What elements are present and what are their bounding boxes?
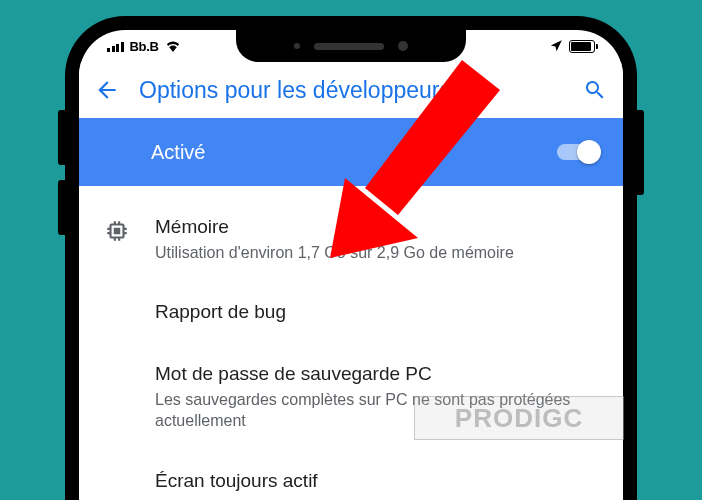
wifi-icon xyxy=(165,40,181,52)
memory-subtitle: Utilisation d'environ 1,7 Go sur 2,9 Go … xyxy=(155,242,599,264)
memory-chip-icon xyxy=(104,218,130,244)
master-toggle-switch[interactable] xyxy=(557,144,599,160)
phone-notch xyxy=(236,30,466,62)
carrier-label: Bb.B xyxy=(130,39,159,54)
memory-item[interactable]: Mémoire Utilisation d'environ 1,7 Go sur… xyxy=(79,196,623,281)
switch-knob xyxy=(577,140,601,164)
page-title: Options pour les développeurs xyxy=(139,77,563,104)
arrow-back-icon xyxy=(94,77,120,103)
memory-title: Mémoire xyxy=(155,214,599,240)
battery-icon xyxy=(569,40,595,53)
screen-always-on-title: Écran toujours actif xyxy=(155,468,599,494)
back-button[interactable] xyxy=(93,76,121,104)
search-icon xyxy=(583,78,607,102)
location-icon xyxy=(549,39,563,53)
bug-report-title: Rapport de bug xyxy=(155,299,599,325)
phone-power-button xyxy=(636,110,644,195)
phone-frame: Bb.B Options pour les développeurs xyxy=(65,16,637,500)
app-bar: Options pour les développeurs xyxy=(79,62,623,118)
master-toggle-row[interactable]: Activé xyxy=(79,118,623,186)
backup-password-item[interactable]: Mot de passe de sauvegarde PC Les sauveg… xyxy=(79,343,623,450)
backup-password-title: Mot de passe de sauvegarde PC xyxy=(155,361,599,387)
phone-screen: Bb.B Options pour les développeurs xyxy=(79,30,623,500)
bug-report-item[interactable]: Rapport de bug xyxy=(79,281,623,343)
backup-password-subtitle: Les sauvegardes complètes sur PC ne sont… xyxy=(155,389,599,432)
signal-icon xyxy=(107,40,124,52)
master-toggle-label: Activé xyxy=(151,141,205,164)
search-button[interactable] xyxy=(581,76,609,104)
settings-list: Mémoire Utilisation d'environ 1,7 Go sur… xyxy=(79,186,623,500)
screen-always-on-item[interactable]: Écran toujours actif xyxy=(79,450,623,500)
